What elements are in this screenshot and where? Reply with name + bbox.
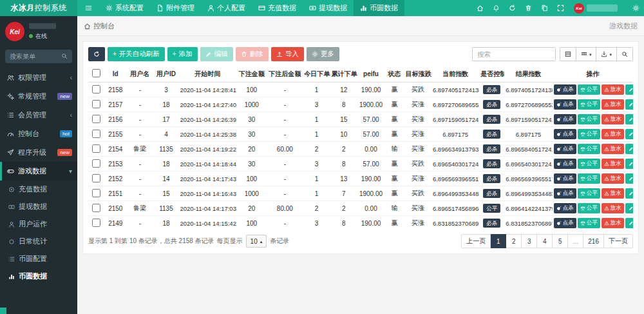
row-checkbox[interactable] bbox=[92, 204, 100, 212]
sidebar-item-game-data[interactable]: 游戏数据 ▾ bbox=[0, 162, 77, 181]
settings-button[interactable] bbox=[628, 0, 644, 16]
fair-button[interactable]: 公平 bbox=[578, 84, 600, 95]
nav-item-system-config[interactable]: 系统配置 bbox=[99, 0, 150, 16]
clear-cache-button[interactable] bbox=[520, 0, 536, 16]
fair-button[interactable]: 公平 bbox=[578, 114, 600, 124]
release-water-button[interactable]: 放水 bbox=[601, 188, 624, 199]
page-button-2[interactable]: 2 bbox=[506, 234, 522, 248]
sidebar-item-coin-config[interactable]: 币圆配置 bbox=[0, 250, 77, 268]
avatar[interactable]: Kei bbox=[574, 3, 584, 14]
page-button-1[interactable]: 1 bbox=[491, 234, 506, 248]
sidebar-item-user-operation[interactable]: 用户运作 bbox=[0, 215, 77, 233]
column-header[interactable]: 下注金额 bbox=[236, 66, 267, 83]
nav-item-attachment[interactable]: 附件管理 bbox=[150, 0, 201, 16]
release-water-button[interactable]: 放水 bbox=[601, 129, 624, 139]
page-size-select[interactable]: 10 ▴ bbox=[246, 235, 267, 248]
export-button[interactable]: ▾ bbox=[596, 47, 617, 61]
home-button[interactable] bbox=[472, 0, 488, 16]
row-edit-button[interactable] bbox=[625, 203, 633, 213]
nav-item-withdraw-data[interactable]: 提现数据 bbox=[303, 0, 354, 16]
breadcrumb-left[interactable]: 控制台 bbox=[93, 21, 115, 31]
column-header[interactable]: 当前指数 bbox=[431, 66, 479, 83]
release-water-button[interactable]: 放水 bbox=[601, 84, 624, 95]
sidebar-search-button[interactable] bbox=[57, 53, 72, 61]
sidebar-item-general[interactable]: 常规管理 new bbox=[0, 87, 77, 106]
column-header[interactable]: 目标涨跌 bbox=[404, 66, 431, 83]
page-button-4[interactable]: 4 bbox=[537, 234, 553, 248]
sidebar-item-permission[interactable]: 权限管理 ‹ bbox=[0, 68, 77, 87]
spot-kill-button[interactable]: 点杀 bbox=[554, 218, 576, 228]
column-header[interactable]: Id bbox=[104, 66, 126, 83]
edit-button-disabled[interactable]: 编辑 bbox=[200, 47, 233, 61]
row-edit-button[interactable] bbox=[625, 144, 633, 154]
release-water-button[interactable]: 放水 bbox=[601, 159, 624, 169]
row-checkbox[interactable] bbox=[92, 144, 100, 153]
release-water-button[interactable]: 放水 bbox=[601, 99, 624, 110]
spot-kill-button[interactable]: 点杀 bbox=[554, 188, 576, 199]
column-header[interactable]: 用户名 bbox=[126, 66, 153, 83]
prev-page-button[interactable]: 上一页 bbox=[461, 234, 491, 248]
notifications-button[interactable] bbox=[488, 0, 504, 16]
import-button[interactable]: 导入 bbox=[271, 47, 304, 61]
spot-kill-button[interactable]: 点杀 bbox=[554, 129, 576, 139]
sidebar-item-withdraw-data[interactable]: 提现数据 bbox=[0, 198, 77, 215]
search-button[interactable] bbox=[617, 47, 633, 61]
select-all-checkbox[interactable] bbox=[92, 69, 100, 77]
sidebar-item-coin-data[interactable]: 币圆数据 bbox=[0, 268, 77, 285]
username-redacted[interactable] bbox=[587, 5, 618, 12]
column-header[interactable]: 用户ID bbox=[154, 66, 179, 83]
release-water-button[interactable]: 放水 bbox=[601, 114, 624, 124]
sidebar-search-input[interactable] bbox=[5, 53, 57, 60]
row-edit-button[interactable] bbox=[625, 114, 633, 124]
column-header[interactable]: 今日下单 bbox=[303, 66, 330, 83]
sidebar-item-daily-stats[interactable]: 日常统计 bbox=[0, 233, 77, 250]
column-header[interactable]: 开始时间 bbox=[178, 66, 236, 83]
avatar[interactable]: Kei bbox=[5, 22, 24, 41]
row-checkbox[interactable] bbox=[92, 130, 100, 138]
fair-button[interactable]: 公平 bbox=[578, 203, 600, 213]
copy-button[interactable] bbox=[536, 0, 553, 16]
sidebar-item-upgrade[interactable]: 程序升级 new bbox=[0, 143, 77, 162]
table-search-input[interactable] bbox=[472, 47, 556, 61]
row-checkbox[interactable] bbox=[92, 174, 100, 182]
columns-button[interactable]: ▾ bbox=[576, 47, 597, 61]
spot-kill-button[interactable]: 点杀 bbox=[554, 99, 576, 110]
row-edit-button[interactable] bbox=[625, 188, 633, 199]
page-button-3[interactable]: 3 bbox=[522, 234, 537, 248]
row-edit-button[interactable] bbox=[625, 173, 633, 184]
page-button-5[interactable]: 5 bbox=[553, 234, 568, 248]
fair-button[interactable]: 公平 bbox=[578, 173, 600, 184]
nav-item-coin-data[interactable]: 币圆数据 bbox=[354, 0, 404, 16]
release-water-button[interactable]: 放水 bbox=[601, 173, 624, 184]
row-checkbox[interactable] bbox=[92, 219, 100, 227]
row-edit-button[interactable] bbox=[625, 129, 633, 139]
nav-item-recharge-data[interactable]: 充值数据 bbox=[252, 0, 303, 16]
spot-kill-button[interactable]: 点杀 bbox=[554, 84, 576, 95]
fair-button[interactable]: 公平 bbox=[578, 99, 600, 110]
fair-button[interactable]: 公平 bbox=[578, 159, 600, 169]
row-edit-button[interactable] bbox=[625, 218, 633, 228]
more-button[interactable]: 更多 bbox=[307, 47, 339, 61]
release-water-button[interactable]: 放水 bbox=[601, 218, 624, 228]
refresh-table-button[interactable] bbox=[88, 47, 105, 61]
refresh-button[interactable] bbox=[504, 0, 520, 16]
fair-button[interactable]: 公平 bbox=[578, 218, 600, 228]
spot-kill-button[interactable]: 点杀 bbox=[554, 203, 576, 213]
spot-kill-button[interactable]: 点杀 bbox=[554, 159, 576, 169]
release-water-button[interactable]: 放水 bbox=[601, 144, 624, 154]
spot-kill-button[interactable]: 点杀 bbox=[554, 114, 576, 124]
sidebar-toggle-button[interactable] bbox=[77, 0, 99, 16]
fair-button[interactable]: 公平 bbox=[578, 144, 600, 154]
column-header[interactable]: 下注后金额 bbox=[267, 66, 303, 83]
page-button-216[interactable]: 216 bbox=[583, 234, 604, 248]
column-header[interactable]: 状态 bbox=[384, 66, 404, 83]
column-header[interactable]: peifu bbox=[357, 66, 384, 83]
sidebar-item-dashboard[interactable]: 控制台 hot bbox=[0, 124, 77, 143]
spot-kill-button[interactable]: 点杀 bbox=[554, 144, 576, 154]
auto-refresh-toggle-button[interactable]: +开关自动刷新 bbox=[108, 47, 165, 61]
fair-button[interactable]: 公平 bbox=[578, 188, 600, 199]
sidebar-item-member[interactable]: 会员管理 ‹ bbox=[0, 106, 77, 124]
row-edit-button[interactable] bbox=[625, 84, 633, 95]
fullscreen-button[interactable] bbox=[553, 0, 569, 16]
row-edit-button[interactable] bbox=[625, 99, 633, 110]
